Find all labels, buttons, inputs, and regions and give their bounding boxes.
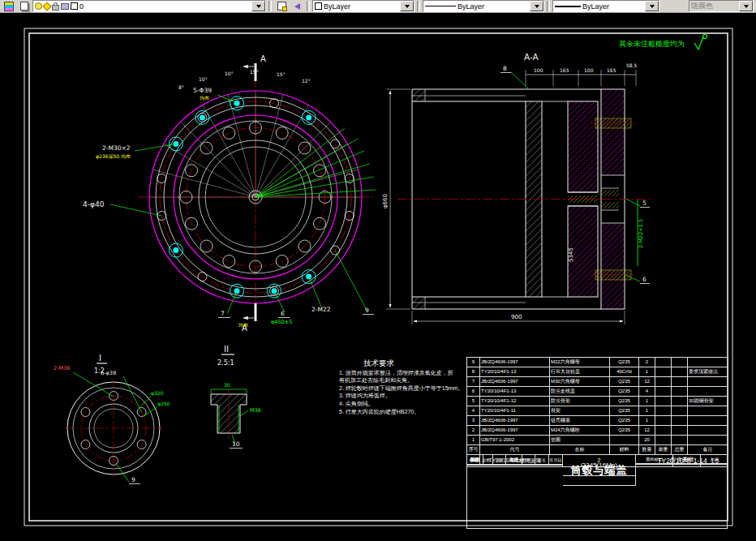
layers-icon xyxy=(4,2,14,11)
toolbar-separator xyxy=(268,1,272,11)
bom-cell xyxy=(688,426,728,436)
layer-color-swatch xyxy=(71,2,78,10)
balloon-7: 7 xyxy=(221,310,225,317)
angle-label: 10° xyxy=(199,76,208,82)
dim-top: 100 xyxy=(584,67,594,73)
bom-header-cell: 单重 xyxy=(655,445,672,455)
bom-row: 1GB/T97.1-2002垫圈20 xyxy=(467,436,728,445)
bom-cell: 1 xyxy=(467,436,480,445)
bom-header-cell: 数量 xyxy=(639,445,655,455)
sign-label-cell xyxy=(506,455,522,465)
bom-cell: GB/T97.1-2002 xyxy=(480,436,550,445)
front-view: A A 5-Φ39 均布 2-M30×2 φ236深50 均布 4-φ40 2-… xyxy=(83,54,376,333)
current-lineweight: ByLayer xyxy=(582,2,609,11)
empty-cell xyxy=(636,455,728,486)
make-layer-current-button[interactable] xyxy=(274,1,289,12)
current-plot-style: 随颜色 xyxy=(691,1,713,11)
bom-cell: 6 xyxy=(467,387,480,397)
sign-label-cell: 审核 xyxy=(467,455,483,465)
balloon-8: 8 xyxy=(503,65,507,72)
linetype-combo[interactable]: ByLayer xyxy=(423,0,544,12)
detail-view-2: II 2.5:1 30 M36 10 xyxy=(211,345,261,449)
bom-cell: 链壳螺塞 xyxy=(550,416,610,426)
bom-cell: 3 xyxy=(467,416,480,426)
bom-cell: 4 xyxy=(467,406,480,416)
plotter-icon xyxy=(61,3,69,10)
detail2-label: II xyxy=(224,345,229,354)
balloon-5: 5 xyxy=(642,200,646,207)
color-combo-arrow[interactable] xyxy=(400,1,414,11)
layer-states-button[interactable] xyxy=(17,1,32,12)
technical-requirements: 技术要求 1. 滚筒外观要求整洁，清理焊渣及氧化皮，所 有机加工处去除毛刺和尖角… xyxy=(339,359,485,415)
angle-label: 10° xyxy=(225,71,234,76)
angle-label: 8° xyxy=(178,84,184,90)
bom-cell: 1 xyxy=(639,406,655,416)
bom-cell xyxy=(688,377,728,387)
bom-cell: M22六角螺母 xyxy=(550,358,610,367)
angle-label: 15° xyxy=(277,71,286,77)
bom-header-cell: 序号 xyxy=(467,445,480,455)
bom-cell xyxy=(672,406,688,416)
bom-cell xyxy=(688,416,728,426)
lineweight-combo-arrow[interactable] xyxy=(645,1,659,11)
bom-cell xyxy=(655,416,672,426)
dim-length: 900 xyxy=(511,314,522,320)
linetype-combo-arrow[interactable] xyxy=(530,1,543,11)
toolbar-separator xyxy=(307,1,310,11)
tech-req-line: 2. 焊轮毂时焊缝下端面焊角高度小于等于15mm。 xyxy=(339,384,485,393)
linetype-sample-icon xyxy=(425,6,456,6)
bom-cell xyxy=(655,367,672,377)
layer-previous-button[interactable] xyxy=(290,1,304,12)
bom-cell xyxy=(655,436,672,445)
bom-cell: JB/ZQ4606-1997 xyxy=(480,377,550,387)
detail2-scale: 2.5:1 xyxy=(217,359,234,367)
bom-header-cell: 总重 xyxy=(672,445,688,455)
tech-req-line: 1. 滚筒外观要求整洁，清理焊渣及氧化皮，所 xyxy=(339,369,485,377)
detail2-thread: M36 xyxy=(250,407,261,414)
bom-cell xyxy=(655,406,672,416)
balloon-9: 9 xyxy=(365,307,369,314)
label-bolt-circle-dia: φ450±5 xyxy=(271,319,292,325)
label-5-holes: 5-Φ39 xyxy=(193,87,212,94)
bom-cell: Q235 xyxy=(610,397,639,406)
quantity-cell: 2 xyxy=(563,455,636,465)
bom-cell: 防尘骨架 xyxy=(550,397,610,406)
title-block-main: TY20/10/4F1螺筒滚筒 TY20/10/4F1-14 标记 处数 分区 … xyxy=(466,455,728,529)
current-linetype: ByLayer xyxy=(457,2,484,11)
lock-icon xyxy=(52,5,59,11)
bom-row: 3JB/ZQ4606-1997链壳螺塞Q2351 xyxy=(467,416,728,426)
bom-cell xyxy=(672,358,688,367)
label-steel: S345 xyxy=(568,247,574,262)
toolbar-separator xyxy=(547,1,550,11)
bom-header-row: 序号代号名称材料数量单重总重备注 xyxy=(467,445,728,455)
bom-row: 2JB/ZQ4606-1997M24六角螺栓Q23512 xyxy=(467,426,728,436)
bom-row: 7JB/ZQ4606-1997M30六角螺母Q23512 xyxy=(467,377,728,387)
bom-cell xyxy=(655,377,672,387)
detail-view-1: I 1:2 2-M36 6-φ39 φ xyxy=(54,354,170,484)
drawing-canvas[interactable]: 其余未注粗糙度均为 xyxy=(0,13,756,541)
current-color: ByLayer xyxy=(324,2,350,11)
bom-cell: Q235 xyxy=(610,358,639,367)
bom-cell: 垫圈 xyxy=(550,436,610,445)
label-5-holes-sub: 均布 xyxy=(199,95,209,101)
bom-row: 4TY20/10/4F1-11骨架Q2351 xyxy=(467,406,728,416)
detail1-centerlines xyxy=(65,380,162,477)
layer-combo[interactable]: 0 xyxy=(32,0,266,12)
bom-cell: 行吊大齿轮盖 xyxy=(550,367,610,377)
detail2-balloon: 10 xyxy=(232,440,240,448)
toolbar-separator xyxy=(417,1,420,11)
tech-req-line: 4. 尖角倒钝。 xyxy=(339,400,485,408)
detail1-label-a: 2-M36 xyxy=(54,365,70,371)
layer-properties-button[interactable] xyxy=(2,1,16,12)
bom-cell: Q235 xyxy=(610,406,639,416)
section-mark-top: A xyxy=(260,54,266,63)
color-combo[interactable]: ByLayer xyxy=(312,0,415,12)
dim-diameter: φ660 xyxy=(382,194,389,208)
bom-cell: 2 xyxy=(639,358,655,367)
lineweight-combo[interactable]: ByLayer xyxy=(552,0,659,12)
label-bolt-circle-sub: 均布 xyxy=(238,322,248,328)
bom-cell xyxy=(672,416,688,426)
bom-cell: JB/ZQ4606-1997 xyxy=(480,416,550,426)
layer-combo-arrow[interactable] xyxy=(251,1,265,11)
dim-thread: 2-M22×1.5 xyxy=(638,219,644,248)
